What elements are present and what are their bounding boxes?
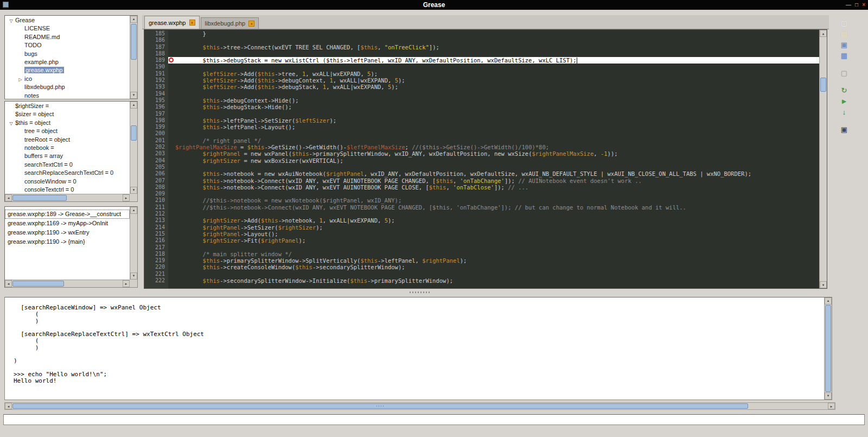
variable-item[interactable]: treeRoot = object xyxy=(5,136,130,144)
step-icon[interactable]: ↓ xyxy=(840,107,849,117)
tab-close-button[interactable]: x xyxy=(248,21,254,27)
code-line[interactable]: 190 xyxy=(144,64,819,70)
gutter-margin[interactable] xyxy=(168,157,175,164)
code-line[interactable]: 219 $this->primarySplitterWindow->SplitV… xyxy=(144,257,819,264)
code-line[interactable]: 193 $leftSizer->Add($this->debugStack, 1… xyxy=(144,84,819,90)
tree-item[interactable]: LICENSE xyxy=(5,24,130,33)
console-panel[interactable]: [searchReplaceWindow] => wxPanel Object … xyxy=(4,297,832,400)
scrollbar-thumb[interactable] xyxy=(825,305,831,392)
scroll-up-button[interactable]: ▲ xyxy=(130,16,137,23)
code-line[interactable]: 195 $this->debugContext->Hide(); xyxy=(144,97,819,104)
gutter-margin[interactable] xyxy=(168,231,175,237)
code-line[interactable]: 207 $this->notebook->Connect(wxID_ANY, w… xyxy=(144,178,819,184)
scroll-left-button[interactable]: ◄ xyxy=(5,194,12,201)
scroll-up-button[interactable]: ▲ xyxy=(130,102,137,109)
scroll-up-button[interactable]: ▲ xyxy=(825,297,832,305)
gutter-margin[interactable] xyxy=(168,44,175,50)
code-line[interactable]: 204 $rightSizer = new wxBoxSizer(wxVERTI… xyxy=(144,157,819,164)
code-line[interactable]: 197 xyxy=(144,111,819,117)
gutter-margin[interactable] xyxy=(168,184,175,191)
gutter-margin[interactable] xyxy=(168,104,175,110)
code-line[interactable]: 217 xyxy=(144,244,819,251)
gutter-margin[interactable] xyxy=(168,237,175,244)
scroll-down-button[interactable]: ▼ xyxy=(130,92,137,99)
scrollbar-thumb[interactable] xyxy=(820,78,826,92)
code-line[interactable]: 205 xyxy=(144,164,819,170)
code-line[interactable]: 215 $rightPanel->Layout(); xyxy=(144,231,819,237)
gutter-margin[interactable] xyxy=(168,178,175,184)
horizontal-splitter-sash[interactable] xyxy=(4,289,835,295)
gutter-margin[interactable] xyxy=(168,91,175,97)
console-vscrollbar[interactable]: ▲ ▼ xyxy=(824,297,832,400)
save-all-icon[interactable]: ▦ xyxy=(840,51,849,60)
variable-item[interactable]: $sizer = object xyxy=(5,110,130,118)
code-line[interactable]: 210 //$this->notebook = new wxNotebook($… xyxy=(144,197,819,204)
tab-grease.wxphp[interactable]: grease.wxphpx xyxy=(144,16,200,29)
code-line[interactable]: 220 $this->createConsoleWindow($this->se… xyxy=(144,264,819,270)
code-line[interactable]: 194 xyxy=(144,91,819,97)
open-file-icon[interactable]: ▤ xyxy=(840,29,849,39)
gutter-margin[interactable] xyxy=(168,191,175,197)
variable-item[interactable]: searchReplaceSearchTextCtrl = 0 xyxy=(5,169,130,177)
gutter-margin[interactable] xyxy=(168,204,175,211)
scroll-down-button[interactable]: ▼ xyxy=(130,187,137,194)
scrollbar-thumb[interactable] xyxy=(12,403,748,409)
tree-item[interactable]: notes xyxy=(5,92,130,99)
variable-item[interactable]: ▽$this = object xyxy=(5,119,130,127)
stack-frame[interactable]: grease.wxphp:1190 -> {main} xyxy=(5,237,130,246)
tree-item[interactable]: TODO xyxy=(5,41,130,49)
maximize-button[interactable]: □ xyxy=(855,2,858,8)
code-line[interactable]: 198 $this->leftPanel->SetSizer($leftSize… xyxy=(144,117,819,124)
gutter-margin[interactable] xyxy=(168,257,175,264)
tree-item[interactable]: ▽Grease xyxy=(5,16,130,24)
code-editor[interactable]: 185 }186187 $this->tree->Connect(wxEVT_T… xyxy=(144,29,827,289)
code-line[interactable]: 221 xyxy=(144,271,819,277)
console-view-icon[interactable]: ▣ xyxy=(840,125,849,134)
tree-item[interactable]: grease.wxphp xyxy=(5,66,130,74)
code-line[interactable]: 189 $this->debugStack = new wxListCtrl (… xyxy=(144,57,819,64)
variable-item[interactable]: tree = object xyxy=(5,127,130,135)
scroll-left-button[interactable]: ◄ xyxy=(5,280,12,287)
code-line[interactable]: 209 xyxy=(144,191,819,197)
expander-open-icon[interactable]: ▽ xyxy=(7,119,15,128)
gutter-margin[interactable] xyxy=(168,150,175,157)
gutter-margin[interactable] xyxy=(168,117,175,124)
variable-item[interactable]: consoleTextctrl = 0 xyxy=(5,186,130,194)
gutter-margin[interactable] xyxy=(168,277,175,284)
save-icon[interactable]: ▣ xyxy=(840,40,849,49)
gutter-margin[interactable] xyxy=(168,271,175,277)
code-line[interactable]: 202$rightPanelMaxSize = $this->GetSize()… xyxy=(144,144,819,150)
scroll-right-button[interactable]: ► xyxy=(828,403,835,409)
code-line[interactable]: 211 //$this->notebook->Connect(wxID_ANY,… xyxy=(144,204,819,211)
gutter-margin[interactable] xyxy=(168,137,175,144)
minimize-button[interactable]: — xyxy=(846,2,851,8)
code-line[interactable]: 186 xyxy=(144,37,819,43)
stack-frame[interactable]: grease.wxphp:1190 -> wxEntry xyxy=(5,228,130,237)
tab-libxdebugd.php[interactable]: libxdebugd.phpx xyxy=(201,17,259,29)
gutter-margin[interactable] xyxy=(168,64,175,70)
code-line[interactable]: 213 $rightSizer->Add($this->notebook, 1,… xyxy=(144,217,819,224)
expander-open-icon[interactable]: ▽ xyxy=(7,17,15,25)
code-line[interactable]: 203 $rightPanel = new wxPanel($this->pri… xyxy=(144,150,819,157)
gutter-margin[interactable] xyxy=(168,84,175,90)
tree-item[interactable]: libxdebugd.php xyxy=(5,83,130,91)
tab-close-button[interactable]: x xyxy=(189,20,195,26)
variable-item[interactable]: searchTextCtrl = 0 xyxy=(5,161,130,169)
code-line[interactable]: 201 /* right panel */ xyxy=(144,137,819,144)
editor-vscrollbar[interactable]: ▲ ▼ xyxy=(819,30,827,288)
tree-item[interactable]: README.md xyxy=(5,33,130,41)
scroll-down-button[interactable]: ▼ xyxy=(820,281,827,288)
gutter-margin[interactable] xyxy=(168,111,175,117)
variable-item[interactable]: consoleWindow = 0 xyxy=(5,178,130,186)
variable-item[interactable]: $rightSizer = xyxy=(5,102,130,110)
gutter-margin[interactable] xyxy=(168,170,175,177)
gutter-margin[interactable] xyxy=(168,130,175,137)
scroll-down-button[interactable]: ▼ xyxy=(825,392,832,400)
code-line[interactable]: 214 $rightPanel->SetSizer($rightSizer); xyxy=(144,224,819,231)
gutter-margin[interactable] xyxy=(168,164,175,170)
gutter-margin[interactable] xyxy=(168,50,175,57)
new-file-icon[interactable]: ▢ xyxy=(840,18,849,28)
call-stack-vscrollbar[interactable]: ▲ ▼ xyxy=(130,207,137,280)
gutter-margin[interactable] xyxy=(168,77,175,84)
variables-hscrollbar[interactable]: ◄ ► xyxy=(5,194,130,201)
